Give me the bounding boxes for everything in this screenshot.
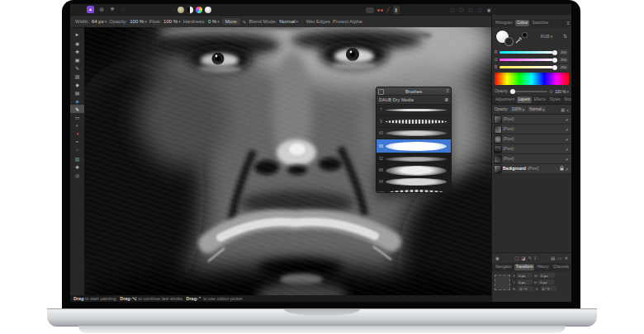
blue-value[interactable]: 255: [558, 64, 569, 70]
tab-navigator[interactable]: Navigator: [494, 264, 514, 270]
tab-history[interactable]: History: [535, 264, 550, 270]
layer-visibility-check[interactable]: ✓: [566, 167, 569, 172]
blur-tool[interactable]: ○: [70, 146, 84, 154]
layer-row[interactable]: (Pixel) ✓: [492, 134, 571, 144]
layer-row[interactable]: (Pixel) ✓: [492, 154, 571, 164]
tab-swatches[interactable]: Swatches: [530, 20, 550, 26]
view-mode-icon[interactable]: ◉: [487, 7, 491, 13]
picked-colour-dot[interactable]: [523, 33, 527, 37]
transform-anchor-thumbnail[interactable]: [495, 275, 510, 290]
transform-shear-field[interactable]: 0 °: [541, 286, 556, 291]
selection-brush-tool[interactable]: ✎: [70, 64, 84, 72]
layer-visibility-check[interactable]: ✓: [566, 157, 569, 162]
group-layers-icon[interactable]: ▤: [551, 256, 555, 261]
brush-item[interactable]: 120: [376, 188, 451, 193]
auto-white-balance-icon[interactable]: [205, 7, 211, 13]
tab-histogram[interactable]: Histogram: [494, 20, 514, 26]
wet-edges-toggle[interactable]: Wet Edges: [306, 19, 330, 24]
auto-colours-icon[interactable]: [196, 7, 202, 13]
order-front-icon[interactable]: ▢: [478, 7, 482, 13]
add-layer-icon[interactable]: ▭: [557, 256, 561, 261]
brush-editor-icon[interactable]: ✎: [243, 19, 247, 25]
flood-select-tool[interactable]: ▨: [70, 72, 84, 80]
transform-h-field[interactable]: 0 px: [538, 280, 554, 285]
flood-fill-tool[interactable]: ◆: [70, 80, 84, 88]
width-value-dropdown[interactable]: 64 px: [92, 19, 107, 24]
tab-channels[interactable]: Channels: [552, 264, 571, 270]
green-value[interactable]: 255: [558, 57, 569, 63]
auto-contrast-icon[interactable]: [187, 7, 193, 13]
blend-mode-dropdown[interactable]: Normal: [279, 19, 298, 24]
order-back-icon[interactable]: ▢: [450, 7, 454, 13]
opacity-slider[interactable]: [509, 91, 547, 92]
adjustment-layer-icon[interactable]: ◪: [521, 256, 525, 261]
snapping-icon[interactable]: [366, 7, 374, 13]
tab-adjustment[interactable]: Adjustment: [494, 96, 516, 103]
auto-levels-icon[interactable]: [178, 7, 184, 13]
brush-item[interactable]: 88: [376, 165, 451, 176]
layer-blend-dropdown[interactable]: Normal: [528, 106, 546, 112]
flow-value-dropdown[interactable]: 100 %: [163, 19, 181, 24]
layer-row[interactable]: (Pixel) ✓: [492, 144, 571, 154]
red-value[interactable]: 255: [558, 49, 569, 55]
brush-item[interactable]: 9: [376, 116, 451, 128]
brush-item-selected[interactable]: 66: [376, 139, 451, 153]
tab-stock[interactable]: Stock: [562, 96, 571, 103]
transform-w-field[interactable]: 0 px: [539, 273, 555, 278]
transform-x-field[interactable]: 0 px: [517, 273, 533, 278]
layer-visibility-check[interactable]: ✓: [566, 147, 569, 152]
opacity-value-dropdown[interactable]: 100 %: [555, 89, 569, 94]
layer-visibility-check[interactable]: ✓: [566, 137, 569, 142]
red-slider[interactable]: [500, 51, 556, 54]
background-colour-swatch[interactable]: [505, 38, 513, 45]
affinity-photo-logo-icon[interactable]: ▲: [87, 6, 94, 13]
panel-menu-icon[interactable]: ≡: [446, 88, 449, 93]
brushes-panel-titlebar[interactable]: Brushes ≡: [376, 87, 451, 96]
view-tool[interactable]: ◉: [70, 39, 84, 47]
brush-category-dropdown[interactable]: DAUB Dry Media ≣: [376, 96, 451, 105]
layer-row[interactable]: (Pixel) ✓: [492, 115, 571, 125]
tab-styles[interactable]: Styles: [548, 96, 562, 103]
layer-visibility-check[interactable]: ✓: [566, 127, 569, 132]
colour-picker-tool[interactable]: ✚: [70, 47, 84, 55]
protect-alpha-toggle[interactable]: Protect Alpha: [333, 19, 362, 24]
delete-layer-icon[interactable]: ✕: [564, 256, 568, 261]
zoom-tool[interactable]: ◎: [70, 171, 84, 179]
move-tool[interactable]: ►: [70, 31, 84, 39]
assistant-icon[interactable]: ▮: [393, 6, 400, 14]
crop-tool[interactable]: ▣: [70, 55, 84, 64]
tab-effects[interactable]: Effects: [533, 96, 547, 103]
clone-tool[interactable]: ▥: [70, 154, 84, 162]
colour-replacement-tool[interactable]: ◈: [70, 96, 84, 105]
brush-item[interactable]: 7: [376, 105, 451, 116]
order-backward-icon[interactable]: ▢: [459, 7, 463, 13]
brush-item[interactable]: 60: [376, 128, 451, 139]
more-button[interactable]: More: [222, 18, 240, 25]
brush-item[interactable]: 64: [376, 176, 451, 188]
erase-tool[interactable]: ▭: [70, 113, 84, 121]
healing-tool[interactable]: ✚: [70, 162, 84, 171]
hardness-value-dropdown[interactable]: 0 %: [208, 19, 220, 24]
blue-slider[interactable]: [500, 66, 556, 68]
transform-y-field[interactable]: 0 px: [517, 280, 533, 285]
burn-tool[interactable]: ◑: [70, 129, 84, 138]
mask-layer-icon[interactable]: ▢: [514, 256, 519, 261]
opacity-value-dropdown[interactable]: 100 %: [130, 19, 147, 24]
layer-visibility-check[interactable]: ✓: [566, 117, 569, 122]
develop-persona-icon[interactable]: ❋: [109, 6, 116, 13]
lock-layer-icon[interactable]: ◒: [566, 107, 569, 112]
layer-opacity-dropdown[interactable]: 100%: [510, 106, 526, 112]
colour-mode-dropdown[interactable]: RGB: [533, 34, 560, 39]
tab-layers[interactable]: Layers: [517, 96, 532, 103]
smudge-tool[interactable]: ≈: [70, 138, 84, 146]
eyedropper-icon[interactable]: [515, 32, 522, 47]
text-layer-icon[interactable]: I: [534, 256, 536, 261]
gradient-tool[interactable]: ▤: [70, 88, 84, 96]
blend-ranges-icon[interactable]: ▦: [561, 107, 565, 112]
export-persona-icon[interactable]: ∴: [120, 6, 126, 13]
layer-row-background[interactable]: Background (Pixel) ✓: [492, 164, 571, 174]
no-stylus-icon[interactable]: ╱: [386, 7, 390, 13]
transform-rotation-field[interactable]: 0 °: [518, 286, 533, 291]
tab-transform[interactable]: Transform: [514, 264, 535, 270]
paint-brush-tool[interactable]: ✎: [70, 105, 84, 113]
